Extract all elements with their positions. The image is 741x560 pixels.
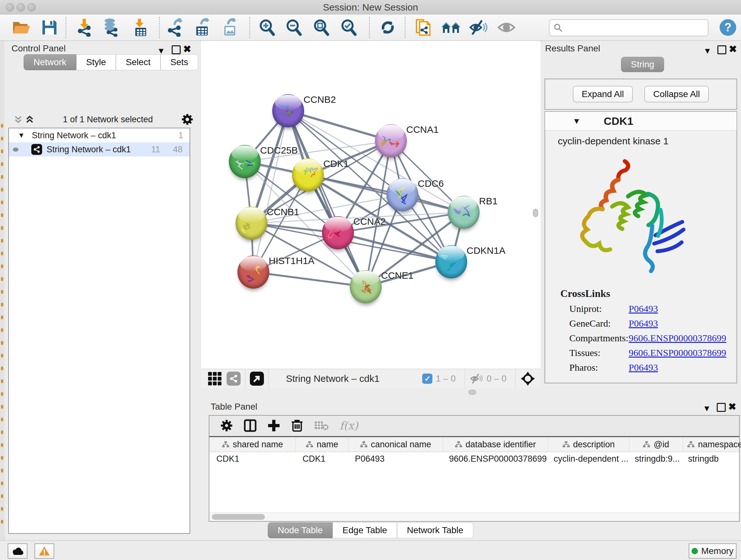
table-panel-menu-icon[interactable]: ▼ xyxy=(703,403,711,414)
canvas-scroll-handle[interactable] xyxy=(533,209,538,217)
search-icon xyxy=(553,23,563,33)
string-network-badge-icon[interactable] xyxy=(226,372,241,386)
column-header-name[interactable]: name xyxy=(296,437,348,452)
table-row[interactable]: CDK1CDK1P064939606.ENSP00000378699cyclin… xyxy=(209,452,739,466)
grid-view-icon[interactable] xyxy=(208,372,221,385)
node-CDC6[interactable] xyxy=(387,178,418,211)
node-RB1[interactable] xyxy=(448,196,480,229)
help-button[interactable]: ? xyxy=(718,17,738,37)
results-panel-close-icon[interactable]: ✖ xyxy=(729,44,737,55)
control-panel-float-icon[interactable] xyxy=(172,45,181,54)
show-eye-button[interactable] xyxy=(496,17,516,37)
crosslink-value-link[interactable]: 9606.ENSP00000378699 xyxy=(629,348,726,358)
clone-network-button[interactable] xyxy=(414,17,433,37)
open-session-button[interactable] xyxy=(11,17,31,37)
tree-root-row[interactable]: ▼String Network – cdk11 xyxy=(9,128,190,142)
crosslink-value-link[interactable]: 9606.ENSP00000378699 xyxy=(629,333,726,344)
cell-shared-name[interactable]: CDK1 xyxy=(209,452,295,466)
cell-namespace[interactable]: stringdb xyxy=(681,452,741,466)
protein-scribble xyxy=(235,206,267,240)
node-CDKN1A[interactable] xyxy=(435,245,467,278)
network-options-gear-icon[interactable] xyxy=(181,113,193,125)
node-CCNB2[interactable] xyxy=(272,94,304,127)
search-input[interactable] xyxy=(565,21,708,35)
delete-column-trash-icon[interactable] xyxy=(291,419,303,432)
export-image-button[interactable] xyxy=(219,17,239,37)
cell-@id[interactable]: stringdb:9... xyxy=(628,452,681,466)
gene-collapse-icon[interactable]: ▼ xyxy=(572,116,581,126)
column-header-namespace[interactable]: namespace xyxy=(683,437,741,452)
crosslink-value-link[interactable]: P06493 xyxy=(629,318,658,329)
cell-database-identifier[interactable]: 9606.ENSP00000378699 xyxy=(442,452,547,466)
horizontal-splitter-handle[interactable] xyxy=(468,390,476,395)
birdseye-view-icon[interactable] xyxy=(520,371,536,386)
node-CCNE1[interactable] xyxy=(350,270,382,303)
control-panel-close-icon[interactable]: ✖ xyxy=(183,44,191,55)
collapse-all-button[interactable]: Collapse All xyxy=(644,86,709,103)
export-table-button[interactable] xyxy=(192,17,212,37)
save-session-button[interactable] xyxy=(40,17,59,37)
tab-edge-table[interactable]: Edge Table xyxy=(333,522,397,538)
scrollbar-thumb[interactable] xyxy=(212,514,265,520)
column-header-database-identifier[interactable]: database identifier xyxy=(443,437,548,452)
expand-all-button[interactable]: Expand All xyxy=(573,86,633,103)
results-panel-menu-icon[interactable]: ▼ xyxy=(703,46,712,56)
cloud-status-button[interactable] xyxy=(8,543,27,559)
tree-network-row[interactable]: String Network – cdk11148 xyxy=(9,142,190,157)
table-settings-gear-icon[interactable] xyxy=(220,419,233,432)
results-panel-float-icon[interactable] xyxy=(718,45,726,54)
hidden-eye-icon[interactable] xyxy=(469,373,483,384)
memory-button[interactable]: Memory xyxy=(689,543,737,559)
tab-sets[interactable]: Sets xyxy=(160,54,198,70)
table-panel-float-icon[interactable] xyxy=(717,403,726,412)
cell-canonical-name[interactable]: P06493 xyxy=(348,452,442,466)
expand-all-chevron-icon[interactable] xyxy=(25,115,35,124)
node-CDK1[interactable] xyxy=(292,159,324,192)
dock-tick xyxy=(1,149,3,153)
export-network-button[interactable] xyxy=(165,17,185,37)
import-table-from-file-button[interactable] xyxy=(130,17,150,37)
node-CCNA2[interactable] xyxy=(322,216,354,249)
hide-selected-button[interactable] xyxy=(468,17,488,37)
warnings-button[interactable] xyxy=(35,543,54,559)
zoom-fit-button[interactable] xyxy=(312,17,331,37)
network-canvas[interactable]: CCNB2CCNA1CDC25BCDK1CDC6RB1CCNB1CCNA2CDK… xyxy=(201,41,541,369)
table-panel-close-icon[interactable]: ✖ xyxy=(728,401,736,412)
dock-tick xyxy=(1,341,3,345)
selected-nodes-checkbox-icon[interactable]: ✓ xyxy=(422,374,432,384)
node-CCNA1[interactable] xyxy=(375,124,407,158)
column-header-@id[interactable]: @id xyxy=(629,437,683,452)
tab-network-table[interactable]: Network Table xyxy=(397,522,473,538)
network-view-toolbar: String Network – cdk1 ✓ 1 – 0 0 – 0 xyxy=(201,369,541,388)
tab-network[interactable]: Network xyxy=(23,54,76,70)
home-networks-button[interactable] xyxy=(441,17,461,37)
crosslink-label: GeneCard: xyxy=(569,318,629,329)
tab-node-table[interactable]: Node Table xyxy=(268,522,333,538)
crosslink-value-link[interactable]: P06493 xyxy=(629,362,658,373)
import-network-from-file-button[interactable] xyxy=(75,17,94,37)
crosslink-value-link[interactable]: P06493 xyxy=(629,303,658,314)
add-column-icon[interactable] xyxy=(267,419,280,432)
cell-name[interactable]: CDK1 xyxy=(295,452,348,466)
zoom-selected-button[interactable] xyxy=(339,17,359,37)
open-in-browser-icon[interactable] xyxy=(250,372,264,386)
column-header-shared-name[interactable]: shared name xyxy=(209,437,296,452)
refresh-button[interactable] xyxy=(378,17,398,37)
cell-description[interactable]: cyclin-dependent ... xyxy=(547,452,628,466)
column-header-canonical-name[interactable]: canonical name xyxy=(348,437,443,452)
tab-select[interactable]: Select xyxy=(116,54,160,70)
tab-style[interactable]: Style xyxy=(76,54,116,70)
zoom-in-icon xyxy=(258,18,276,37)
zoom-in-button[interactable] xyxy=(257,17,277,37)
table-horizontal-scrollbar[interactable] xyxy=(209,512,739,521)
import-network-from-database-button[interactable] xyxy=(101,17,121,37)
tab-string[interactable]: String xyxy=(621,57,664,72)
node-CDC25B[interactable] xyxy=(229,145,261,178)
show-columns-icon[interactable] xyxy=(244,419,257,432)
collapse-all-chevron-icon[interactable] xyxy=(13,115,23,124)
node-HIST1H1A[interactable] xyxy=(238,255,269,289)
node-CCNB1[interactable] xyxy=(235,206,267,240)
zoom-out-button[interactable] xyxy=(284,17,304,37)
tree-collapse-icon[interactable]: ▼ xyxy=(18,131,25,139)
column-header-description[interactable]: description xyxy=(548,437,629,452)
